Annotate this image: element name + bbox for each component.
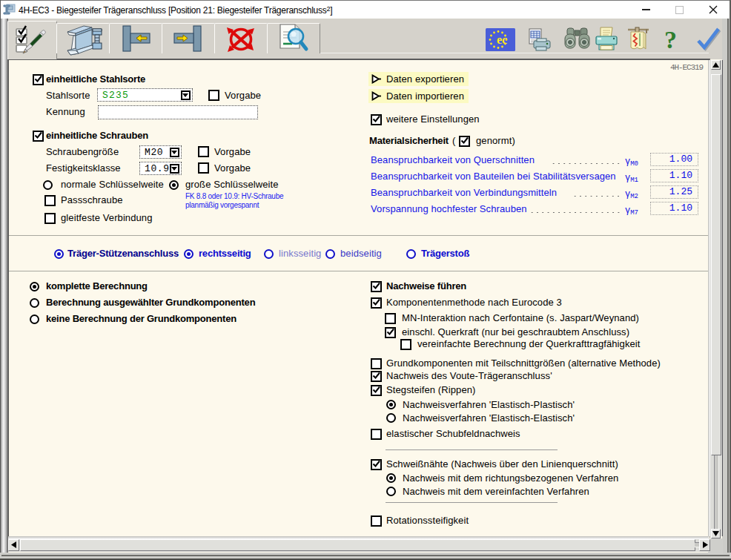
svg-text:?: ? — [664, 27, 677, 52]
svg-text:ec: ec — [497, 33, 507, 46]
